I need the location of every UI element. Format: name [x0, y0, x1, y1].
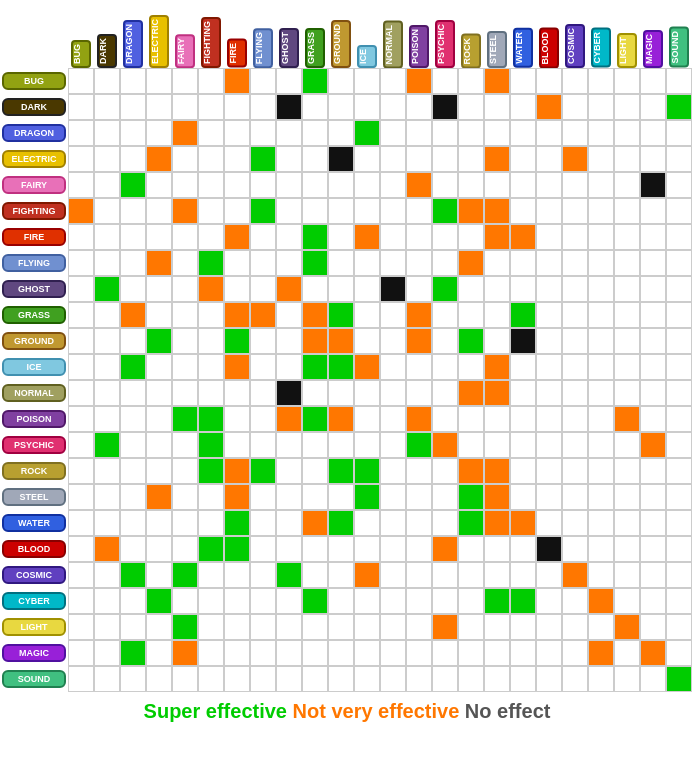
cell-ground-poison — [406, 328, 432, 354]
cell-fairy-magic — [640, 172, 666, 198]
cell-poison-magic — [640, 406, 666, 432]
cell-ghost-psychic — [432, 276, 458, 302]
row-label-fighting: FIGHTING — [0, 198, 68, 224]
cell-fighting-blood — [536, 198, 562, 224]
cell-blood-ghost — [276, 536, 302, 562]
cell-cosmic-water — [510, 562, 536, 588]
cell-fairy-normal — [380, 172, 406, 198]
cell-cyber-rock — [458, 588, 484, 614]
cell-water-cosmic — [562, 510, 588, 536]
col-header-psychic: PSYCHIC — [432, 0, 458, 68]
cell-dark-electric — [146, 94, 172, 120]
grid-row-dark — [68, 94, 694, 120]
cell-fighting-poison — [406, 198, 432, 224]
grid-row-grass — [68, 302, 694, 328]
cell-blood-fire — [224, 536, 250, 562]
cell-sound-psychic — [432, 666, 458, 692]
grid-row-magic — [68, 640, 694, 666]
cell-steel-fighting — [198, 484, 224, 510]
cell-fairy-grass — [302, 172, 328, 198]
cell-flying-cyber — [588, 250, 614, 276]
cell-light-dark — [94, 614, 120, 640]
cell-magic-ice — [354, 640, 380, 666]
cell-bug-fighting — [198, 68, 224, 94]
cell-electric-bug — [68, 146, 94, 172]
cell-poison-ground — [328, 406, 354, 432]
cell-dragon-ghost — [276, 120, 302, 146]
cell-flying-ghost — [276, 250, 302, 276]
cell-ground-bug — [68, 328, 94, 354]
cell-ghost-normal — [380, 276, 406, 302]
cell-cosmic-steel — [484, 562, 510, 588]
cell-electric-fighting — [198, 146, 224, 172]
cell-cosmic-ground — [328, 562, 354, 588]
cell-magic-rock — [458, 640, 484, 666]
legend-not: Not very effective — [293, 700, 460, 722]
cell-ice-rock — [458, 354, 484, 380]
cell-flying-rock — [458, 250, 484, 276]
cell-fairy-cyber — [588, 172, 614, 198]
grid-row-flying — [68, 250, 694, 276]
cell-ground-cosmic — [562, 328, 588, 354]
cell-dark-ice — [354, 94, 380, 120]
cell-sound-electric — [146, 666, 172, 692]
cell-blood-light — [614, 536, 640, 562]
col-header-poison: POISON — [406, 0, 432, 68]
cell-blood-cosmic — [562, 536, 588, 562]
cell-bug-ghost — [276, 68, 302, 94]
cell-dragon-electric — [146, 120, 172, 146]
col-header-ghost: GHOST — [276, 0, 302, 68]
col-header-bug: BUG — [68, 0, 94, 68]
cell-steel-grass — [302, 484, 328, 510]
cell-fighting-steel — [484, 198, 510, 224]
cell-light-fairy — [172, 614, 198, 640]
cell-ground-fire — [224, 328, 250, 354]
cell-light-psychic — [432, 614, 458, 640]
row-label-water: WATER — [0, 510, 68, 536]
row-label-flying: FLYING — [0, 250, 68, 276]
cell-fairy-water — [510, 172, 536, 198]
cell-grass-electric — [146, 302, 172, 328]
cell-grass-magic — [640, 302, 666, 328]
cell-sound-cyber — [588, 666, 614, 692]
cell-dark-dragon — [120, 94, 146, 120]
cell-ground-sound — [666, 328, 692, 354]
cell-ice-ice — [354, 354, 380, 380]
cell-ice-cosmic — [562, 354, 588, 380]
cell-dragon-fairy — [172, 120, 198, 146]
cell-blood-water — [510, 536, 536, 562]
cell-flying-cosmic — [562, 250, 588, 276]
cell-water-dragon — [120, 510, 146, 536]
cell-blood-fairy — [172, 536, 198, 562]
cell-fire-grass — [302, 224, 328, 250]
cell-sound-dark — [94, 666, 120, 692]
cell-cosmic-rock — [458, 562, 484, 588]
cell-water-cyber — [588, 510, 614, 536]
cell-ice-normal — [380, 354, 406, 380]
cell-dark-cosmic — [562, 94, 588, 120]
cell-water-magic — [640, 510, 666, 536]
cell-ghost-poison — [406, 276, 432, 302]
col-header-flying: FLYING — [250, 0, 276, 68]
grid-row-poison — [68, 406, 694, 432]
cell-ghost-light — [614, 276, 640, 302]
cell-cyber-electric — [146, 588, 172, 614]
cell-ice-blood — [536, 354, 562, 380]
cell-psychic-poison — [406, 432, 432, 458]
cell-poison-blood — [536, 406, 562, 432]
cell-electric-sound — [666, 146, 692, 172]
cell-sound-bug — [68, 666, 94, 692]
cell-cosmic-poison — [406, 562, 432, 588]
cell-magic-fairy — [172, 640, 198, 666]
cell-psychic-bug — [68, 432, 94, 458]
cell-magic-fire — [224, 640, 250, 666]
cell-steel-ice — [354, 484, 380, 510]
cell-dark-sound — [666, 94, 692, 120]
cell-ice-fire — [224, 354, 250, 380]
cell-dark-dark — [94, 94, 120, 120]
cell-magic-bug — [68, 640, 94, 666]
cell-steel-rock — [458, 484, 484, 510]
cell-normal-ground — [328, 380, 354, 406]
cell-rock-fire — [224, 458, 250, 484]
cell-cyber-cosmic — [562, 588, 588, 614]
